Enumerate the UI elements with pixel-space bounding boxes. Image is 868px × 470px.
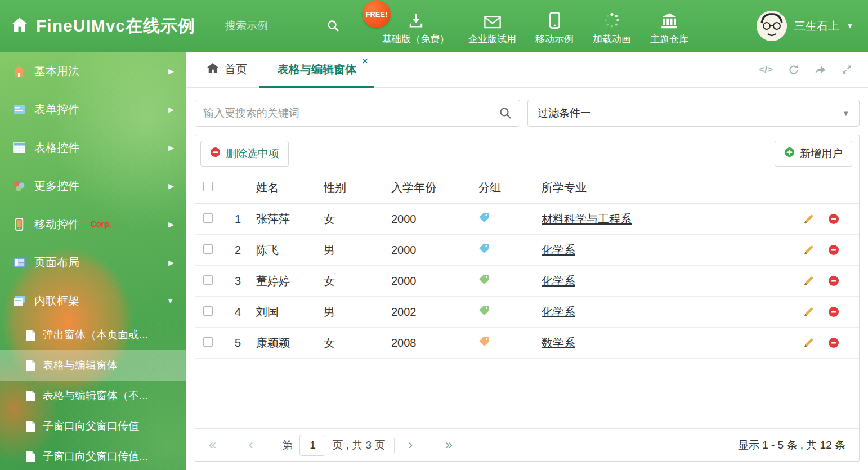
user-menu[interactable]: 三生石上 ▼ (757, 11, 868, 41)
delete-row-icon[interactable] (828, 244, 839, 256)
row-checkbox[interactable] (203, 275, 213, 285)
sidebar-item-inline-frame[interactable]: 内联框架 ▼ (0, 281, 186, 320)
app-root: FineUIMvc在线示例 FREE! 基础版（免费） 企业版试用 (0, 0, 868, 470)
refresh-icon[interactable] (788, 64, 799, 75)
chevron-right-icon: ▶ (168, 67, 174, 75)
nav-item-label: 企业版试用 (468, 33, 516, 46)
table-row: 4 刘国 男 2002 化学系 (195, 297, 859, 328)
select-all-checkbox[interactable] (203, 182, 213, 191)
filter-dropdown[interactable]: 过滤条件一 ▼ (527, 100, 860, 127)
tab-bar: 首页 表格与编辑窗体 × </> (186, 52, 868, 88)
add-user-button[interactable]: 新增用户 (775, 141, 852, 167)
prev-page-button[interactable]: ‹ (249, 438, 253, 451)
nav-item-loading-animation[interactable]: 加载动画 (583, 0, 641, 52)
forward-icon[interactable] (815, 64, 826, 75)
row-gender: 男 (319, 305, 387, 320)
delete-selected-button[interactable]: 删除选中项 (200, 141, 289, 167)
page-content: 过滤条件一 ▼ 删除选中项 新增用户 (186, 88, 868, 470)
app-logo[interactable]: FineUIMvc在线示例 (0, 15, 225, 38)
column-header-year: 入学年份 (387, 180, 474, 195)
chevron-right-icon: ▶ (168, 144, 174, 152)
mobile-icon (549, 11, 560, 29)
avatar[interactable] (757, 11, 787, 41)
nav-item-theme-store[interactable]: 主题仓库 (641, 0, 698, 52)
expand-icon[interactable] (842, 64, 852, 75)
next-page-button[interactable]: › (408, 438, 413, 451)
chevron-down-icon: ▼ (167, 297, 174, 305)
edit-pencil-icon[interactable] (803, 213, 815, 225)
tab-grid-edit-window[interactable]: 表格与编辑窗体 × (259, 52, 374, 87)
major-link[interactable]: 化学系 (542, 275, 575, 287)
delete-row-icon[interactable] (828, 213, 839, 225)
tag-icon (478, 337, 490, 350)
chevron-right-icon: ▶ (168, 105, 174, 114)
grid-toolbar: 删除选中项 新增用户 (195, 135, 859, 172)
nav-item-enterprise-trial[interactable]: 企业版试用 (459, 0, 526, 52)
edit-pencil-icon[interactable] (803, 306, 815, 318)
major-link[interactable]: 化学系 (542, 306, 575, 318)
sidebar-subitem-popup-window[interactable]: 弹出窗体（本页面或... (0, 320, 186, 350)
sidebar-subitem-grid-edit-window-alt[interactable]: 表格与编辑窗体（不... (0, 381, 186, 411)
page-suffix-label: 页 , 共 3 页 (332, 438, 385, 453)
sidebar-item-label: 更多控件 (34, 178, 79, 194)
search-icon[interactable] (499, 106, 512, 122)
tag-icon (478, 306, 490, 319)
nav-item-label: 移动示例 (535, 33, 574, 46)
sidebar-subitem-child-to-parent[interactable]: 子窗口向父窗口传值 (0, 411, 186, 441)
tab-home[interactable]: 首页 (194, 52, 259, 87)
header-search-input[interactable] (225, 20, 315, 32)
nav-item-basic-free[interactable]: FREE! 基础版（免费） (373, 0, 459, 52)
nav-item-mobile-demo[interactable]: 移动示例 (526, 0, 583, 52)
page-prefix-label: 第 (282, 438, 293, 453)
major-link[interactable]: 材料科学与工程系 (542, 213, 632, 225)
delete-row-icon[interactable] (828, 275, 839, 287)
sidebar-item-basic-usage[interactable]: 基本用法 ▶ (0, 52, 186, 90)
table-row: 1 张萍萍 女 2000 材料科学与工程系 (195, 204, 859, 235)
sidebar-item-mobile-controls[interactable]: 移动控件 Corp. ▶ (0, 205, 186, 243)
tab-label: 表格与编辑窗体 (278, 62, 356, 77)
home-icon (11, 17, 28, 35)
filter-row: 过滤条件一 ▼ (195, 100, 860, 127)
major-link[interactable]: 化学系 (542, 244, 575, 256)
tab-tools: </> (759, 52, 868, 87)
edit-pencil-icon[interactable] (803, 244, 815, 256)
chevron-right-icon: ▶ (168, 258, 174, 267)
file-icon (25, 420, 35, 432)
keyword-search (195, 100, 520, 127)
sidebar-item-page-layout[interactable]: 页面布局 ▶ (0, 243, 186, 281)
delete-row-icon[interactable] (828, 337, 839, 349)
tag-icon (478, 244, 490, 257)
edit-pencil-icon[interactable] (803, 337, 815, 349)
sidebar-item-grid-controls[interactable]: 表格控件 ▶ (0, 128, 186, 167)
row-checkbox[interactable] (203, 244, 213, 254)
major-link[interactable]: 数学系 (542, 337, 575, 349)
table-body: 1 张萍萍 女 2000 材料科学与工程系 2 陈飞 男 2000 (195, 204, 859, 428)
sidebar-subitem-grid-edit-window[interactable]: 表格与编辑窗体 (0, 350, 186, 381)
table-row: 3 董婷婷 女 2000 化学系 (195, 266, 859, 297)
row-year: 2000 (387, 244, 474, 257)
sidebar-item-form-controls[interactable]: 表单控件 ▶ (0, 90, 186, 128)
row-name: 张萍萍 (252, 212, 319, 227)
sidebar-item-more-controls[interactable]: 更多控件 ▶ (0, 167, 186, 205)
corp-badge: Corp. (91, 220, 111, 229)
page-number-input[interactable] (299, 435, 325, 456)
chevron-right-icon: ▶ (168, 220, 174, 229)
bank-icon (661, 11, 678, 29)
search-icon[interactable] (326, 19, 340, 35)
sidebar-item-label: 移动控件 (34, 217, 79, 232)
edit-pencil-icon[interactable] (803, 275, 815, 287)
table-row: 2 陈飞 男 2000 化学系 (195, 235, 859, 266)
last-page-button[interactable]: » (445, 438, 453, 451)
delete-row-icon[interactable] (828, 306, 839, 318)
first-page-button[interactable]: « (209, 438, 216, 451)
close-icon[interactable]: × (363, 57, 368, 66)
code-icon[interactable]: </> (759, 64, 773, 75)
tab-label: 首页 (225, 62, 247, 77)
row-checkbox[interactable] (203, 213, 213, 223)
row-checkbox[interactable] (203, 306, 213, 316)
row-checkbox[interactable] (203, 337, 213, 347)
sidebar-subitem-child-to-parent-alt[interactable]: 子窗口向父窗口传值... (0, 441, 186, 470)
row-year: 2000 (387, 213, 474, 226)
row-gender: 女 (319, 212, 387, 227)
keyword-search-input[interactable] (195, 100, 487, 126)
